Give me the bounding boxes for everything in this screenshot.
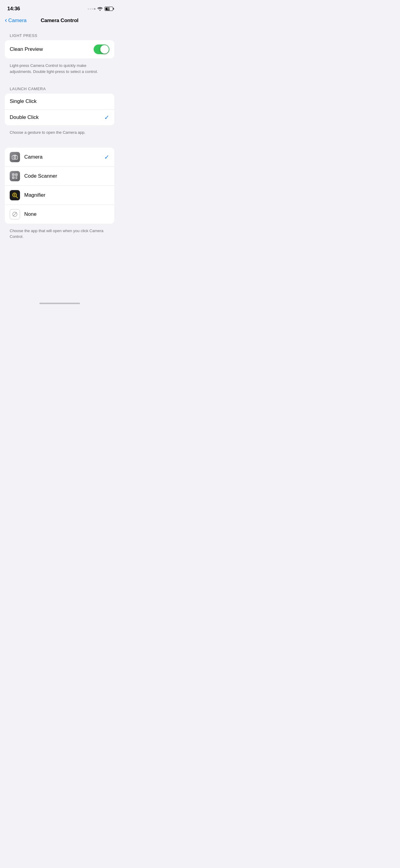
content: LIGHT PRESS Clean Preview Light-press Ca… — [0, 27, 119, 245]
back-label: Camera — [8, 18, 26, 24]
status-time: 14:36 — [7, 6, 20, 12]
launch-camera-card: Single Click Double Click ✓ — [5, 94, 114, 125]
code-scanner-info: Code Scanner — [10, 171, 109, 181]
app-selection-card: Camera ✓ — [5, 148, 114, 224]
light-press-section-label: LIGHT PRESS — [5, 33, 114, 38]
launch-camera-footer: Choose a gesture to open the Camera app. — [5, 128, 114, 141]
battery-icon: 66 — [105, 7, 113, 11]
double-click-checkmark: ✓ — [104, 114, 109, 121]
clean-preview-label: Clean Preview — [10, 46, 43, 52]
magnifier-label: Magnifier — [24, 192, 46, 198]
double-click-label: Double Click — [10, 115, 38, 120]
page-title: Camera Control — [40, 18, 79, 24]
back-button[interactable]: ‹ Camera — [5, 18, 27, 24]
single-click-label: Single Click — [10, 98, 37, 104]
svg-rect-9 — [13, 177, 13, 178]
app-selection-footer: Choose the app that will open when you c… — [5, 226, 114, 245]
launch-camera-section-label: LAUNCH CAMERA — [5, 87, 114, 91]
camera-app-label: Camera — [24, 154, 42, 160]
svg-line-19 — [13, 213, 17, 216]
status-bar: 14:36 66 — [0, 0, 119, 15]
magnifier-row[interactable]: Magnifier — [5, 186, 114, 205]
none-info: None — [10, 209, 109, 219]
none-label: None — [24, 211, 37, 217]
svg-rect-7 — [13, 174, 13, 175]
none-row[interactable]: None — [5, 205, 114, 224]
wifi-icon — [97, 7, 103, 11]
status-icons: 66 — [88, 7, 113, 11]
toggle-thumb — [100, 45, 109, 54]
clean-preview-toggle[interactable] — [94, 44, 109, 54]
svg-rect-2 — [13, 155, 16, 156]
camera-app-icon — [10, 152, 20, 162]
signal-icon — [88, 8, 95, 10]
camera-app-row[interactable]: Camera ✓ — [5, 148, 114, 166]
clean-preview-row[interactable]: Clean Preview — [5, 40, 114, 58]
camera-checkmark: ✓ — [104, 153, 109, 161]
code-scanner-label: Code Scanner — [24, 173, 57, 179]
code-scanner-icon — [10, 171, 20, 181]
none-icon — [10, 209, 20, 219]
svg-line-15 — [16, 196, 18, 198]
light-press-footer: Light-press Camera Control to quickly ma… — [5, 61, 114, 79]
magnifier-info: Magnifier — [10, 190, 109, 200]
svg-rect-8 — [16, 174, 17, 175]
single-click-row[interactable]: Single Click — [5, 94, 114, 109]
double-click-row[interactable]: Double Click ✓ — [5, 109, 114, 125]
chevron-left-icon: ‹ — [5, 17, 7, 24]
code-scanner-row[interactable]: Code Scanner — [5, 166, 114, 186]
light-press-card: Clean Preview — [5, 40, 114, 58]
camera-app-info: Camera — [10, 152, 104, 162]
home-indicator — [39, 303, 80, 304]
magnifier-app-icon — [10, 190, 20, 200]
nav-bar: ‹ Camera Camera Control — [0, 15, 119, 27]
svg-point-3 — [15, 157, 16, 158]
